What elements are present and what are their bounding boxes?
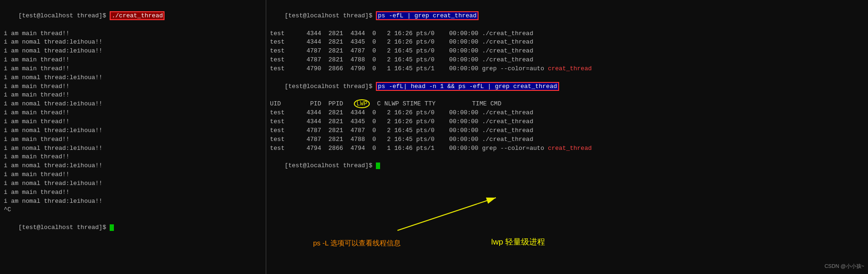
left-output-1: i am main thread!! bbox=[4, 30, 262, 38]
left-cmd-0: ./creat_thread bbox=[110, 11, 165, 20]
ps-row-2-4: test 4787 2821 4788 0 2 16:45 pts/0 00:0… bbox=[270, 135, 864, 144]
left-output-15: i am main thread!! bbox=[4, 153, 262, 162]
left-output-20: i am nomal thread:leihoua!! bbox=[4, 197, 262, 206]
left-output-5: i am main thread!! bbox=[4, 65, 262, 74]
left-interrupt: ^C bbox=[4, 206, 262, 215]
left-output-19: i am main thread!! bbox=[4, 188, 262, 197]
grep-highlight-2: creat_thread bbox=[548, 145, 592, 152]
left-output-16: i am nomal thread:leihoua!! bbox=[4, 162, 262, 170]
right-cmd-text-1: ps -efL | grep creat_thread bbox=[376, 11, 479, 20]
right-cmd-1: [test@localhost thread]$ ps -efL | grep … bbox=[270, 3, 864, 30]
lwp-circled: LWP bbox=[354, 99, 369, 108]
ps-row-1-3: test 4787 2821 4787 0 2 16:45 pts/0 00:0… bbox=[270, 47, 864, 56]
annotation-right-text: lwp 轻量级进程 bbox=[491, 237, 545, 248]
right-final-prompt-text: [test@localhost thread]$ bbox=[284, 162, 376, 169]
csdn-watermark: CSDN @小小孩~ bbox=[824, 263, 864, 270]
left-output-6: i am nomal thread:leihoua!! bbox=[4, 74, 262, 82]
left-cursor bbox=[110, 224, 114, 231]
ps-row-2-2: test 4344 2821 4345 0 2 16:26 pts/0 00:0… bbox=[270, 118, 864, 126]
left-output-18: i am nomal thread:leihoua!! bbox=[4, 179, 262, 188]
left-output-13: i am main thread!! bbox=[4, 135, 262, 144]
right-prompt-2: [test@localhost thread]$ bbox=[284, 83, 376, 90]
right-cursor bbox=[376, 163, 380, 169]
left-output-4: i am main thread!! bbox=[4, 56, 262, 65]
left-line-0: [test@localhost thread]$ ./creat_thread bbox=[4, 3, 262, 30]
annotation-left-text: ps -L 选项可以查看线程信息 bbox=[313, 238, 401, 248]
right-prompt-1: [test@localhost thread]$ bbox=[284, 12, 376, 19]
ps-row-2-3: test 4787 2821 4787 0 2 16:45 pts/0 00:0… bbox=[270, 126, 864, 135]
left-output-8: i am main thread!! bbox=[4, 91, 262, 100]
left-prompt-0: [test@localhost thread]$ bbox=[18, 12, 110, 19]
left-output-2: i am nomal thread:leihoua!! bbox=[4, 38, 262, 47]
ps-row-2-1: test 4344 2821 4344 0 2 16:26 pts/0 00:0… bbox=[270, 109, 864, 118]
left-final-prompt: [test@localhost thread]$ bbox=[4, 215, 262, 241]
left-output-11: i am main thread!! bbox=[4, 118, 262, 126]
left-final-prompt-text: [test@localhost thread]$ bbox=[18, 224, 110, 231]
left-output-14: i am nomal thread:leihoua!! bbox=[4, 144, 262, 153]
right-final-prompt: [test@localhost thread]$ bbox=[270, 153, 864, 179]
left-terminal: [test@localhost thread]$ ./creat_thread … bbox=[0, 0, 266, 274]
left-output-17: i am main thread!! bbox=[4, 170, 262, 179]
right-cmd-2: [test@localhost thread]$ ps -efL| head -… bbox=[270, 74, 864, 100]
grep-highlight-1: creat_thread bbox=[548, 65, 592, 72]
left-output-12: i am nomal thread:leihoua!! bbox=[4, 126, 262, 135]
left-output-7: i am main thread!! bbox=[4, 82, 262, 91]
ps-row-1-1: test 4344 2821 4344 0 2 16:26 pts/0 00:0… bbox=[270, 30, 864, 38]
left-output-3: i am nomal thread:leihoua!! bbox=[4, 47, 262, 56]
ps-row-2-5: test 4794 2866 4794 0 1 16:46 pts/1 00:0… bbox=[270, 144, 864, 153]
ps-row-1-4: test 4787 2821 4788 0 2 16:45 pts/0 00:0… bbox=[270, 56, 864, 65]
arrow-svg bbox=[393, 193, 515, 235]
left-output-9: i am nomal thread:leihoua!! bbox=[4, 100, 262, 109]
right-cmd-text-2: ps -efL| head -n 1 && ps -efL | grep cre… bbox=[376, 82, 559, 91]
ps-row-1-5: test 4790 2866 4790 0 1 16:45 pts/1 00:0… bbox=[270, 65, 864, 74]
right-terminal: [test@localhost thread]$ ps -efL | grep … bbox=[266, 0, 868, 274]
left-output-10: i am main thread!! bbox=[4, 109, 262, 118]
svg-line-1 bbox=[397, 198, 496, 230]
ps-header: UID PID PPID LWP C NLWP STIME TTY TIME C… bbox=[270, 100, 864, 109]
ps-row-1-2: test 4344 2821 4345 0 2 16:26 pts/0 00:0… bbox=[270, 38, 864, 47]
